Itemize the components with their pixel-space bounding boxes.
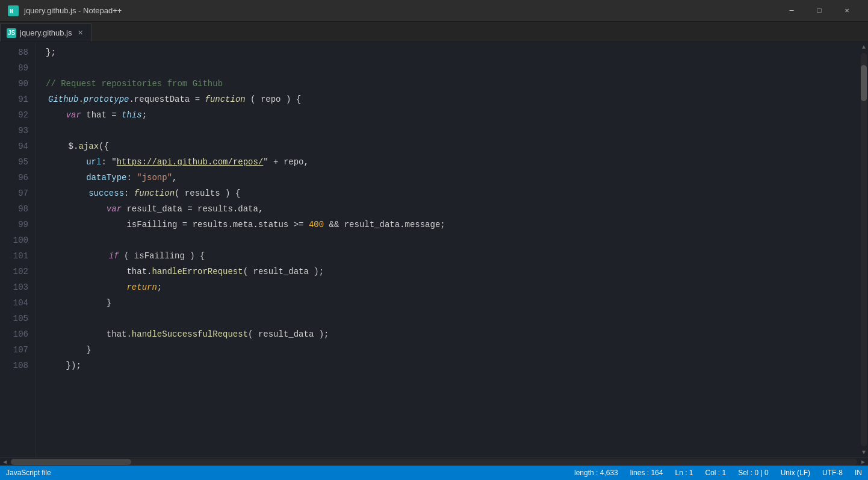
tab-close-button[interactable]: ✕ xyxy=(75,28,85,38)
code-line: url: "https://api.github.com/repos/" + r… xyxy=(46,154,860,170)
line-number: 92 xyxy=(0,107,28,123)
scroll-down-arrow[interactable]: ▼ xyxy=(860,447,868,457)
scroll-up-arrow[interactable]: ▲ xyxy=(860,42,868,52)
code-line: that.handleErrorRequest( result_data ); xyxy=(46,264,860,279)
encoding-status: UTF-8 xyxy=(822,469,843,477)
line-number: 106 xyxy=(0,326,28,342)
code-editor[interactable]: 8889909192939495969798991001011021031041… xyxy=(0,42,868,466)
line-number: 107 xyxy=(0,342,28,358)
code-line: } xyxy=(46,295,860,311)
code-line: isFailling = results.meta.status >= 400 … xyxy=(46,217,860,232)
scroll-right-arrow[interactable]: ▶ xyxy=(858,458,868,466)
line-number: 91 xyxy=(0,92,28,107)
code-line: if ( isFailling ) { xyxy=(46,248,860,264)
length-status: length : 4,633 xyxy=(574,469,618,477)
code-line xyxy=(46,232,860,248)
line-number: 102 xyxy=(0,264,28,279)
code-line xyxy=(46,311,860,326)
code-line: return; xyxy=(46,279,860,295)
code-line: var result_data = results.data, xyxy=(46,201,860,217)
line-number: 95 xyxy=(0,154,28,170)
horizontal-scrollbar[interactable]: ◀ ▶ xyxy=(0,457,868,466)
title-bar: N jquery.github.js - Notepad++ — □ ✕ xyxy=(0,0,868,22)
status-bar: JavaScript file length : 4,633 lines : 1… xyxy=(0,466,868,480)
scroll-track-vertical[interactable] xyxy=(861,53,867,446)
window-title: jquery.github.js - Notepad++ xyxy=(24,6,778,15)
code-line: } xyxy=(46,342,860,358)
code-line: }); xyxy=(46,358,860,373)
line-number: 88 xyxy=(0,45,28,60)
scroll-thumb-horizontal[interactable] xyxy=(11,459,131,465)
code-line xyxy=(46,123,860,139)
tab-file-icon: JS xyxy=(7,28,16,38)
insert-mode-status: IN xyxy=(855,469,862,477)
line-ending-status: Unix (LF) xyxy=(781,469,810,477)
vertical-scrollbar[interactable]: ▲ ▼ xyxy=(860,42,868,457)
code-line: // Request repositories from Github xyxy=(46,76,860,92)
maximize-button[interactable]: □ xyxy=(805,0,833,22)
app-icon: N xyxy=(7,5,19,17)
line-number: 98 xyxy=(0,201,28,217)
scroll-thumb-vertical[interactable] xyxy=(861,65,867,101)
minimize-button[interactable]: — xyxy=(778,0,805,22)
close-button[interactable]: ✕ xyxy=(833,0,861,22)
code-line: success: function( results ) { xyxy=(46,185,860,201)
line-number: 101 xyxy=(0,248,28,264)
line-number: 90 xyxy=(0,76,28,92)
line-number: 100 xyxy=(0,232,28,248)
line-number: 96 xyxy=(0,170,28,185)
code-line xyxy=(46,60,860,76)
lines-status: lines : 164 xyxy=(630,469,663,477)
tab-filename: jquery.github.js xyxy=(20,28,72,37)
code-line: dataType: "jsonp", xyxy=(46,170,860,185)
file-tab[interactable]: JS jquery.github.js ✕ xyxy=(0,23,91,42)
code-area[interactable]: };// Request repositories from GithubGit… xyxy=(36,42,860,457)
main-content: 8889909192939495969798991001011021031041… xyxy=(0,42,868,466)
code-line: Github.prototype.requestData = function … xyxy=(46,92,860,107)
line-number: 105 xyxy=(0,311,28,326)
file-type-status: JavaScript file xyxy=(6,469,51,477)
code-line: that.handleSuccessfulRequest( result_dat… xyxy=(46,326,860,342)
line-number: 97 xyxy=(0,185,28,201)
scroll-track-horizontal[interactable] xyxy=(11,459,857,465)
code-lines: 8889909192939495969798991001011021031041… xyxy=(0,42,868,457)
window-controls: — □ ✕ xyxy=(778,0,861,22)
line-number: 89 xyxy=(0,60,28,76)
sel-status: Sel : 0 | 0 xyxy=(738,469,768,477)
code-line: $.ajax({ xyxy=(46,139,860,154)
code-line: var that = this; xyxy=(46,107,860,123)
svg-text:N: N xyxy=(10,8,13,15)
col-status: Col : 1 xyxy=(705,469,726,477)
line-number: 104 xyxy=(0,295,28,311)
line-number: 99 xyxy=(0,217,28,232)
line-number: 108 xyxy=(0,358,28,373)
ln-status: Ln : 1 xyxy=(675,469,693,477)
line-number: 103 xyxy=(0,279,28,295)
line-numbers-gutter: 8889909192939495969798991001011021031041… xyxy=(0,42,36,457)
line-number: 94 xyxy=(0,139,28,154)
line-number: 93 xyxy=(0,123,28,139)
scroll-left-arrow[interactable]: ◀ xyxy=(0,458,10,466)
tab-bar: JS jquery.github.js ✕ xyxy=(0,22,868,42)
code-line: }; xyxy=(46,45,860,60)
